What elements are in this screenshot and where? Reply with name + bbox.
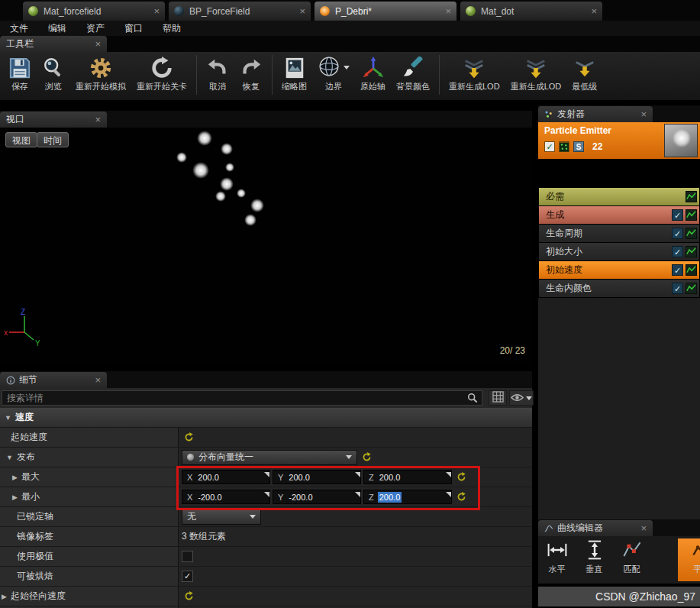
use-extremes-checkbox[interactable] bbox=[182, 551, 193, 562]
viewport[interactable]: 视图 时间 Z x Y 20/ 23 bbox=[0, 128, 532, 366]
min-x-field[interactable]: X-200.0 bbox=[182, 490, 270, 504]
drag-grip[interactable] bbox=[355, 472, 360, 477]
menu-help[interactable]: 帮助 bbox=[153, 22, 191, 35]
min-z-field[interactable]: Z200.0 bbox=[363, 490, 452, 504]
curve-graph-icon[interactable] bbox=[685, 209, 697, 221]
row-mirror-flags[interactable]: 镜像标签 3 数组元素 bbox=[0, 527, 532, 547]
menu-file[interactable]: 文件 bbox=[0, 22, 38, 35]
view-menu-button[interactable]: 视图 bbox=[5, 132, 37, 147]
lowest-lod-button[interactable]: 最低级 bbox=[566, 54, 602, 93]
module-enabled-checkbox[interactable]: ✓ bbox=[672, 246, 683, 257]
module-lifetime[interactable]: 生命周期 ✓ bbox=[539, 225, 699, 242]
curve-graph-icon[interactable] bbox=[685, 246, 697, 257]
chevron-collapsed-icon[interactable]: ▶ bbox=[12, 474, 18, 481]
emitter-enabled-checkbox[interactable]: ✓ bbox=[544, 141, 555, 152]
min-y-field[interactable]: Y-200.0 bbox=[273, 490, 361, 504]
close-icon[interactable]: × bbox=[640, 523, 647, 533]
close-icon[interactable]: × bbox=[640, 109, 647, 119]
close-icon[interactable]: × bbox=[153, 6, 160, 16]
background-color-button[interactable]: 背景颜色 bbox=[391, 54, 435, 93]
close-icon[interactable]: × bbox=[95, 375, 101, 385]
curve-graph-icon[interactable] bbox=[685, 228, 697, 239]
row-locked-axes[interactable]: 已锁定轴 无 bbox=[0, 507, 532, 527]
drag-grip[interactable] bbox=[446, 492, 451, 497]
save-button[interactable]: 保存 bbox=[3, 54, 37, 93]
restart-simulation-button[interactable]: 重新开始模拟 bbox=[70, 54, 131, 93]
asset-tab-bp-forcefield[interactable]: BP_ForceField × bbox=[169, 2, 311, 21]
drag-grip[interactable] bbox=[446, 472, 451, 477]
menu-asset[interactable]: 资产 bbox=[76, 22, 115, 35]
solo-badge[interactable]: S bbox=[573, 141, 584, 152]
module-enabled-checkbox[interactable]: ✓ bbox=[672, 283, 683, 294]
close-icon[interactable]: × bbox=[299, 6, 305, 16]
close-icon[interactable]: × bbox=[445, 6, 451, 16]
chevron-down-icon[interactable] bbox=[344, 66, 350, 70]
row-distribution[interactable]: ▼ 发布 分布向量统一 bbox=[0, 448, 532, 467]
reset-to-default-icon[interactable] bbox=[456, 492, 466, 502]
asset-tab-p-debri[interactable]: P_Debri* × bbox=[315, 2, 456, 21]
reset-to-default-icon[interactable] bbox=[184, 432, 194, 442]
max-z-field[interactable]: Z200.0 bbox=[363, 470, 452, 484]
redo-button[interactable]: 恢复 bbox=[234, 54, 268, 93]
bakeable-checkbox[interactable]: ✓ bbox=[182, 571, 193, 582]
search-input[interactable] bbox=[2, 393, 467, 403]
details-tab[interactable]: 细节 × bbox=[0, 372, 107, 388]
menu-window[interactable]: 窗口 bbox=[115, 22, 153, 35]
curve-graph-icon[interactable] bbox=[685, 283, 697, 294]
menu-edit[interactable]: 编辑 bbox=[38, 22, 76, 35]
close-icon[interactable]: × bbox=[95, 115, 101, 125]
module-enabled-checkbox[interactable]: ✓ bbox=[672, 264, 683, 276]
regenerate-lod-button[interactable]: 重新生成LOD bbox=[444, 54, 505, 93]
module-required[interactable]: 必需 bbox=[539, 188, 699, 205]
regenerate-lod-duplicate-button[interactable]: 重新生成LOD bbox=[505, 54, 567, 93]
close-icon[interactable]: × bbox=[591, 6, 597, 16]
browse-button[interactable]: 浏览 bbox=[37, 54, 70, 93]
locked-axes-dropdown[interactable]: 无 bbox=[182, 509, 261, 525]
reset-to-default-icon[interactable] bbox=[362, 452, 372, 462]
curve-editor-tab[interactable]: 曲线编辑器 × bbox=[538, 520, 653, 536]
search-field[interactable] bbox=[2, 390, 482, 406]
asset-tab-mat-dot[interactable]: Mat_dot × bbox=[460, 2, 602, 21]
chevron-collapsed-icon[interactable]: ▶ bbox=[2, 593, 7, 600]
emitter-render-mode-icon[interactable] bbox=[559, 141, 569, 152]
material-preview-thumbnail[interactable] bbox=[664, 124, 698, 157]
toolbar-tab[interactable]: 工具栏 × bbox=[0, 36, 107, 52]
row-use-extremes[interactable]: 使用极值 bbox=[0, 547, 532, 567]
row-min[interactable]: ▶ 最小 X-200.0 Y-200.0 Z200.0 bbox=[0, 487, 532, 507]
restart-level-button[interactable]: 重新开始关卡 bbox=[131, 54, 192, 93]
reset-to-default-icon[interactable] bbox=[184, 591, 194, 601]
origin-axis-button[interactable]: 原始轴 bbox=[355, 54, 391, 93]
module-enabled-checkbox[interactable]: ✓ bbox=[672, 228, 683, 239]
row-max[interactable]: ▶ 最大 X200.0 Y200.0 Z200.0 bbox=[0, 467, 532, 487]
time-menu-button[interactable]: 时间 bbox=[37, 132, 69, 147]
undo-button[interactable]: 取消 bbox=[201, 54, 234, 93]
drag-grip[interactable] bbox=[264, 492, 269, 497]
module-initial-velocity[interactable]: 初始速度 ✓ bbox=[539, 261, 699, 279]
row-bakeable[interactable]: 可被烘焙 ✓ bbox=[0, 567, 532, 587]
row-start-velocity[interactable]: 起始速度 bbox=[0, 428, 532, 448]
view-options-button[interactable] bbox=[509, 390, 534, 406]
chevron-collapsed-icon[interactable]: ▶ bbox=[12, 493, 18, 501]
reset-to-default-icon[interactable] bbox=[456, 472, 466, 482]
thumbnail-button[interactable]: 缩略图 bbox=[276, 54, 312, 93]
viewport-tab[interactable]: 视口 × bbox=[0, 112, 107, 128]
bounds-button[interactable]: 边界 bbox=[312, 54, 355, 93]
curve-graph-icon[interactable] bbox=[685, 191, 697, 202]
asset-tab-mat-forcefield[interactable]: Mat_forcefield × bbox=[23, 2, 165, 21]
fit-button[interactable]: 匹配 bbox=[613, 538, 650, 575]
module-color-over-life[interactable]: 生命内颜色 ✓ bbox=[539, 280, 699, 297]
close-icon[interactable]: × bbox=[95, 39, 101, 49]
curve-graph-icon[interactable] bbox=[685, 264, 697, 276]
module-initial-size[interactable]: 初始大小 ✓ bbox=[539, 243, 699, 260]
module-spawn[interactable]: 生成 ✓ bbox=[539, 206, 699, 224]
emitters-tab[interactable]: 发射器 × bbox=[538, 106, 653, 122]
drag-grip[interactable] bbox=[264, 472, 269, 477]
max-x-field[interactable]: X200.0 bbox=[182, 470, 270, 484]
row-start-radial-velocity[interactable]: ▶ 起始径向速度 bbox=[0, 587, 532, 606]
fit-vertical-button[interactable]: 垂直 bbox=[576, 538, 613, 575]
distribution-type-dropdown[interactable]: 分布向量统一 bbox=[182, 450, 357, 465]
module-enabled-checkbox[interactable]: ✓ bbox=[672, 209, 683, 221]
property-matrix-button[interactable] bbox=[489, 390, 507, 406]
max-y-field[interactable]: Y200.0 bbox=[273, 470, 361, 484]
fit-horizontal-button[interactable]: 水平 bbox=[538, 538, 576, 575]
